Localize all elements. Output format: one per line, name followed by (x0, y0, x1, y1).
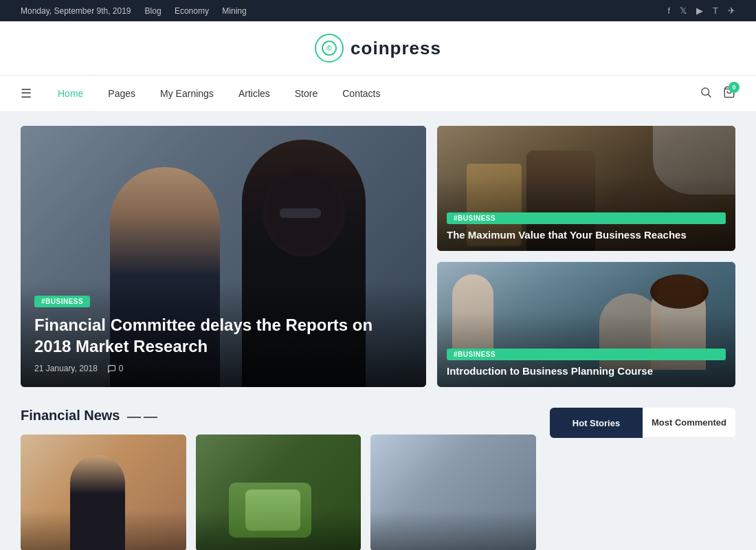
dash-2 (144, 417, 157, 418)
nav-links: Home Pages My Earnings Articles Store Co… (45, 76, 393, 111)
svg-line-3 (708, 94, 711, 97)
financial-news-title: Financial News (21, 408, 120, 424)
hero-main-card[interactable]: #BUSINESS Financial Committee delays the… (21, 126, 426, 387)
tumblr-icon[interactable]: T (713, 6, 718, 16)
news-cards (21, 434, 536, 550)
nav-contacts[interactable]: Contacts (330, 76, 392, 111)
side-card-1[interactable]: #BUSINESS The Maximum Value that Your Bu… (437, 126, 735, 251)
hero-title: Financial Committee delays the Reports o… (34, 314, 412, 357)
top-bar-left: Monday, September 9th, 2019 Blog Economy… (21, 6, 258, 16)
hero-meta: 21 January, 2018 0 (34, 364, 412, 373)
nav-left: ☰ Home Pages My Earnings Articles Store … (21, 76, 393, 111)
hero-overlay: #BUSINESS Financial Committee delays the… (21, 280, 426, 387)
nav-store[interactable]: Store (282, 76, 330, 111)
side-card-1-overlay: #BUSINESS The Maximum Value that Your Bu… (437, 126, 735, 251)
top-bar-links[interactable]: Blog Economy Mining (145, 6, 258, 16)
side-card-2-title: Introduction to Business Planning Course (447, 364, 726, 378)
search-icon[interactable] (700, 86, 712, 102)
svg-point-2 (702, 88, 709, 96)
main-nav: ☰ Home Pages My Earnings Articles Store … (0, 76, 756, 112)
logo-icon: © (315, 34, 344, 63)
logo[interactable]: © coinpress (315, 34, 441, 63)
hero-category-badge[interactable]: #BUSINESS (34, 296, 90, 307)
section-title-area: Financial News (21, 408, 536, 424)
side-card-1-title: The Maximum Value that Your Business Rea… (447, 228, 726, 242)
nav-mining[interactable]: Mining (222, 6, 246, 16)
date-display: Monday, September 9th, 2019 (21, 6, 131, 16)
nav-right: 0 (700, 86, 735, 102)
hero-section: #BUSINESS Financial Committee delays the… (0, 112, 756, 394)
nav-home[interactable]: Home (45, 76, 96, 111)
news-main: Financial News (21, 408, 536, 550)
telegram-icon[interactable]: ✈ (728, 6, 735, 16)
side-card-2[interactable]: #BUSINESS Introduction to Business Plann… (437, 262, 735, 387)
hamburger-icon[interactable]: ☰ (21, 86, 32, 101)
dash-1 (127, 417, 141, 418)
hero-comments: 0 (107, 364, 124, 373)
news-card-3[interactable] (370, 434, 536, 550)
cart-badge: 0 (729, 82, 740, 93)
title-dashes (127, 417, 157, 418)
tab-hot-stories[interactable]: Hot Stories (550, 408, 643, 438)
nav-articles[interactable]: Articles (226, 76, 282, 111)
hero-side-cards: #BUSINESS The Maximum Value that Your Bu… (437, 126, 735, 387)
facebook-icon[interactable]: f (667, 6, 670, 16)
tabs-header: Hot Stories Most Commented (550, 408, 735, 438)
nav-blog[interactable]: Blog (145, 6, 162, 16)
news-sidebar: Hot Stories Most Commented (550, 408, 735, 550)
youtube-icon[interactable]: ▶ (696, 6, 703, 16)
social-icons: f 𝕏 ▶ T ✈ (667, 6, 735, 16)
side-card-2-overlay: #BUSINESS Introduction to Business Plann… (437, 262, 735, 387)
side-card-2-category[interactable]: #BUSINESS (447, 349, 726, 360)
nav-pages[interactable]: Pages (96, 76, 148, 111)
tab-most-commented[interactable]: Most Commented (643, 408, 735, 438)
twitter-icon[interactable]: 𝕏 (680, 6, 687, 16)
news-section: Financial News (0, 394, 756, 550)
nav-my-earnings[interactable]: My Earnings (148, 76, 226, 111)
nav-economy[interactable]: Economy (175, 6, 209, 16)
header: © coinpress (0, 21, 756, 76)
cart-icon[interactable]: 0 (723, 86, 735, 102)
side-card-1-category[interactable]: #BUSINESS (447, 212, 726, 224)
news-card-2[interactable] (196, 434, 362, 550)
hero-date: 21 January, 2018 (34, 364, 98, 373)
news-card-1[interactable] (21, 434, 186, 550)
svg-text:©: © (326, 44, 332, 52)
logo-text: coinpress (351, 38, 441, 59)
top-bar: Monday, September 9th, 2019 Blog Economy… (0, 0, 756, 21)
tabs-widget: Hot Stories Most Commented (550, 408, 735, 438)
